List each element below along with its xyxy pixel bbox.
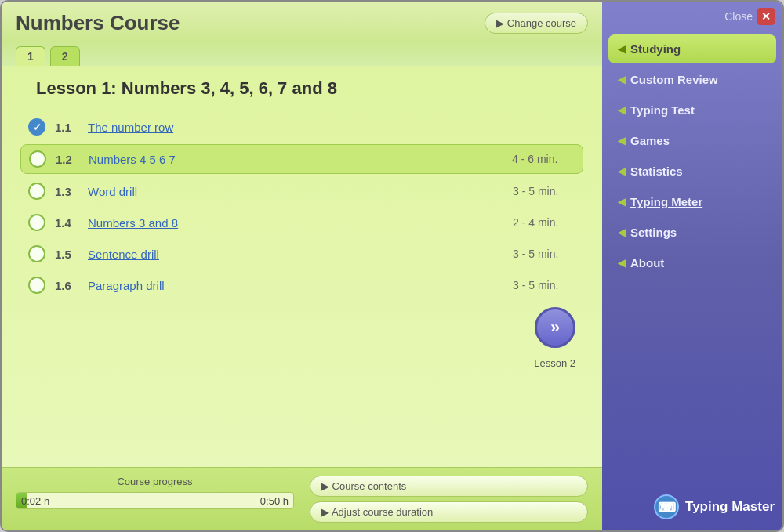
progress-times: 0:02 h 0:50 h	[16, 495, 293, 507]
lesson-item: 1.5 Sentence drill 3 - 5 min.	[20, 240, 583, 268]
radio-circle	[29, 150, 46, 168]
nav-arrow-icon: ◀	[618, 257, 626, 269]
radio-circle	[28, 245, 45, 262]
nav-arrow-icon: ◀	[618, 135, 626, 147]
lesson-list: 1.1 The number row 1.2 Numbers 4 5 6 7 4…	[20, 113, 583, 299]
course-title: Numbers Course	[16, 11, 180, 35]
sidebar-item-custom-review[interactable]: ◀ Custom Review	[608, 65, 776, 94]
lesson-item: 1.4 Numbers 3 and 8 2 - 4 min.	[20, 208, 583, 237]
next-lesson-area: » Lesson 2	[20, 299, 583, 369]
lesson-duration: 3 - 5 min.	[513, 279, 575, 291]
lesson-num: 1.2	[56, 153, 79, 166]
nav-label: Typing Test	[630, 103, 695, 117]
sidebar-item-typing-meter[interactable]: ◀ Typing Meter	[608, 187, 776, 216]
radio-circle	[28, 214, 45, 231]
radio-circle	[28, 277, 45, 294]
lesson-item: 1.1 The number row	[20, 113, 583, 141]
main-panel: Numbers Course ▶ Change course 1 2 Lesso…	[2, 2, 602, 530]
lesson-num: 1.6	[55, 279, 78, 292]
lesson-num: 1.4	[55, 216, 78, 230]
sidebar-header: Close ✕	[602, 2, 782, 31]
lesson-link[interactable]: The number row	[88, 121, 503, 134]
header: Numbers Course ▶ Change course	[2, 2, 602, 42]
lesson-duration: 3 - 5 min.	[513, 248, 575, 260]
adjust-course-button[interactable]: ▶ Adjust course duration	[310, 501, 588, 523]
radio-circle	[28, 183, 45, 200]
next-lesson-button[interactable]: »	[535, 307, 575, 348]
nav-arrow-icon: ◀	[618, 43, 626, 55]
sidebar-item-games[interactable]: ◀ Games	[608, 126, 776, 155]
lesson-duration: 2 - 4 min.	[513, 216, 575, 229]
nav-label: Statistics	[630, 165, 683, 178]
nav-arrow-icon: ◀	[618, 196, 626, 208]
progress-bar: 0:02 h 0:50 h	[16, 492, 294, 509]
sidebar-nav: ◀ Studying ◀ Custom Review ◀ Typing Test…	[602, 31, 782, 483]
sidebar: Close ✕ ◀ Studying ◀ Custom Review ◀ Typ…	[602, 2, 782, 530]
nav-label: Studying	[630, 42, 681, 56]
sidebar-item-statistics[interactable]: ◀ Statistics	[608, 157, 776, 186]
lesson-duration: 3 - 5 min.	[513, 185, 575, 197]
lesson-link[interactable]: Sentence drill	[88, 248, 503, 261]
nav-arrow-icon: ◀	[618, 165, 626, 177]
nav-label: Settings	[630, 226, 677, 239]
sidebar-item-about[interactable]: ◀ About	[608, 248, 776, 277]
lesson-item: 1.6 Paragraph drill 3 - 5 min.	[20, 271, 583, 299]
lesson-link[interactable]: Numbers 4 5 6 7	[89, 153, 503, 166]
nav-label: Custom Review	[630, 73, 718, 86]
course-contents-button[interactable]: ▶ Course contents	[310, 476, 588, 497]
radio-circle-checked	[28, 118, 45, 136]
nav-label: About	[630, 256, 664, 270]
lesson-link[interactable]: Numbers 3 and 8	[88, 216, 503, 230]
progress-section: Course progress 0:02 h 0:50 h	[16, 476, 294, 509]
nav-arrow-icon: ◀	[618, 226, 626, 238]
sidebar-item-studying[interactable]: ◀ Studying	[608, 34, 776, 63]
lesson-num: 1.3	[55, 185, 78, 198]
close-label: Close	[724, 10, 753, 23]
time-end: 0:50 h	[260, 495, 289, 507]
time-start: 0:02 h	[21, 495, 49, 507]
next-lesson-label: Lesson 2	[534, 357, 575, 369]
tab-2[interactable]: 2	[50, 46, 80, 66]
lesson-num: 1.5	[55, 248, 78, 261]
sidebar-item-typing-test[interactable]: ◀ Typing Test	[608, 96, 776, 125]
sidebar-item-settings[interactable]: ◀ Settings	[608, 218, 776, 247]
tabs-bar: 1 2	[2, 42, 602, 66]
brand-name: Typing Master	[685, 499, 775, 515]
lesson-link[interactable]: Paragraph drill	[88, 279, 503, 292]
footer: Course progress 0:02 h 0:50 h ▶ Course c…	[2, 467, 602, 530]
close-button[interactable]: ✕	[757, 8, 775, 25]
buttons-section: ▶ Course contents ▶ Adjust course durati…	[294, 476, 588, 523]
nav-arrow-icon: ◀	[618, 104, 626, 116]
lesson-num: 1.1	[55, 121, 78, 134]
tab-1[interactable]: 1	[16, 46, 45, 66]
sidebar-footer: ⌨ Typing Master	[602, 483, 782, 530]
progress-label: Course progress	[16, 476, 294, 487]
lesson-item: 1.3 Word drill 3 - 5 min.	[20, 177, 583, 205]
lesson-link[interactable]: Word drill	[88, 185, 503, 198]
change-course-button[interactable]: ▶ Change course	[485, 13, 588, 34]
nav-label: Games	[630, 134, 670, 147]
nav-arrow-icon: ◀	[618, 74, 626, 85]
app-container: Numbers Course ▶ Change course 1 2 Lesso…	[0, 0, 784, 532]
lesson-title: Lesson 1: Numbers 3, 4, 5, 6, 7 and 8	[36, 78, 583, 99]
content-area: Lesson 1: Numbers 3, 4, 5, 6, 7 and 8 1.…	[2, 66, 602, 467]
nav-label: Typing Meter	[630, 195, 702, 208]
lesson-duration: 4 - 6 min.	[512, 153, 575, 165]
brand-icon: ⌨	[654, 494, 679, 519]
lesson-item-active: 1.2 Numbers 4 5 6 7 4 - 6 min.	[20, 144, 583, 174]
